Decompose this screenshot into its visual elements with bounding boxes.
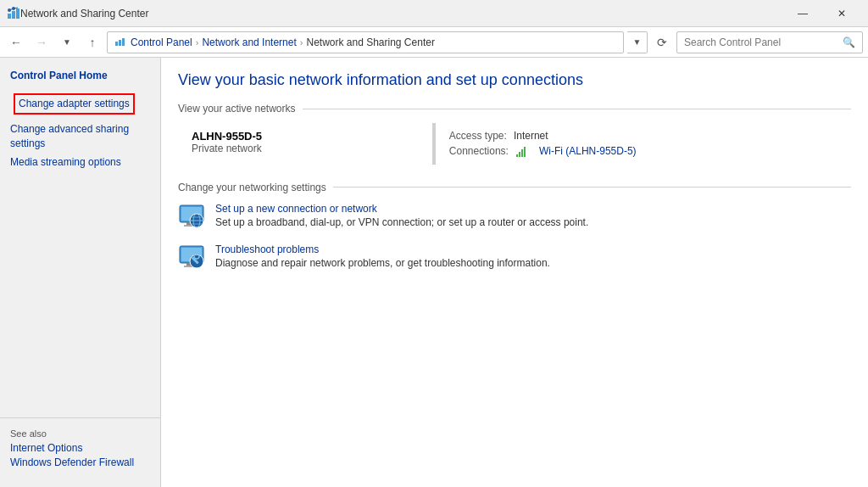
svg-rect-1 — [12, 11, 15, 19]
refresh-button[interactable]: ⟳ — [651, 31, 673, 53]
search-icon: 🔍 — [843, 36, 855, 48]
page-title: View your basic network information and … — [178, 71, 851, 89]
svg-rect-9 — [122, 38, 125, 46]
setup-connection-desc: Set up a broadband, dial-up, or VPN conn… — [215, 216, 851, 228]
svg-rect-11 — [519, 152, 520, 157]
setup-connection-link[interactable]: Set up a new connection or network — [215, 203, 377, 215]
up-button[interactable]: ↑ — [81, 31, 103, 53]
setup-connection-item: Set up a new connection or network Set u… — [178, 202, 851, 229]
search-input[interactable] — [684, 36, 843, 48]
network-name: ALHN-955D-5 — [192, 130, 419, 143]
access-type-value: Internet — [514, 130, 548, 142]
sidebar-defender-firewall[interactable]: Windows Defender Firewall — [10, 456, 150, 468]
svg-rect-7 — [115, 42, 118, 46]
close-button[interactable]: ✕ — [822, 0, 861, 27]
access-type-label: Access type: — [449, 130, 507, 142]
path-control-panel[interactable]: Control Panel — [131, 36, 192, 48]
path-sep-2: › — [300, 37, 303, 48]
title-bar: Network and Sharing Center — ✕ — [0, 0, 868, 27]
sidebar-home-link[interactable]: Control Panel Home — [0, 66, 160, 88]
svg-rect-2 — [16, 8, 19, 19]
svg-rect-12 — [521, 149, 523, 157]
content-area: View your basic network information and … — [161, 58, 868, 487]
setup-connection-icon — [178, 202, 205, 229]
sidebar-advanced-sharing[interactable]: Change advanced sharing settings — [0, 120, 160, 154]
svg-rect-10 — [516, 154, 518, 157]
troubleshoot-text: Troubleshoot problems Diagnose and repai… — [215, 243, 851, 269]
see-also-label: See also — [10, 428, 150, 439]
svg-rect-8 — [119, 40, 121, 46]
back-button[interactable]: ← — [5, 31, 27, 53]
connection-link[interactable]: Wi-Fi (ALHN-955D-5) — [539, 145, 637, 157]
address-icon — [114, 36, 126, 48]
svg-rect-13 — [524, 147, 526, 157]
connections-label: Connections: — [449, 145, 509, 157]
path-current: Network and Sharing Center — [306, 36, 434, 48]
troubleshoot-icon — [178, 243, 205, 270]
settings-section: Set up a new connection or network Set u… — [178, 202, 851, 270]
sidebar-bottom: See also Internet Options Windows Defend… — [0, 417, 160, 479]
sidebar: Control Panel Home Change adapter settin… — [0, 58, 161, 487]
main-layout: Control Panel Home Change adapter settin… — [0, 58, 868, 487]
troubleshoot-link[interactable]: Troubleshoot problems — [215, 244, 319, 255]
sidebar-media-streaming[interactable]: Media streaming options — [0, 153, 160, 172]
wifi-signal-icon — [515, 145, 532, 158]
address-path-container[interactable]: Control Panel › Network and Internet › N… — [107, 31, 624, 53]
active-networks-header: View your active networks — [178, 103, 851, 115]
sidebar-change-adapter[interactable]: Change adapter settings — [14, 93, 135, 115]
sidebar-internet-options[interactable]: Internet Options — [10, 442, 150, 454]
app-icon — [7, 7, 20, 20]
path-sep-1: › — [196, 37, 199, 48]
setup-connection-text: Set up a new connection or network Set u… — [215, 202, 851, 228]
troubleshoot-desc: Diagnose and repair network problems, or… — [215, 257, 851, 269]
forward-button[interactable]: → — [31, 31, 53, 53]
minimize-button[interactable]: — — [783, 0, 822, 27]
search-box: 🔍 — [676, 31, 863, 53]
path-dropdown-button[interactable]: ▼ — [627, 31, 648, 53]
troubleshoot-item: Troubleshoot problems Diagnose and repai… — [178, 243, 851, 270]
networks-table: ALHN-955D-5 Private network Access type:… — [178, 123, 851, 165]
address-bar: ← → ▼ ↑ Control Panel › Network and Inte… — [0, 27, 868, 58]
network-type: Private network — [192, 143, 419, 154]
path-network-internet[interactable]: Network and Internet — [202, 36, 296, 48]
recent-button[interactable]: ▼ — [56, 31, 78, 53]
svg-rect-0 — [8, 14, 11, 19]
window-controls: — ✕ — [783, 0, 861, 27]
change-settings-header: Change your networking settings — [178, 182, 851, 193]
window-title: Network and Sharing Center — [20, 8, 783, 20]
